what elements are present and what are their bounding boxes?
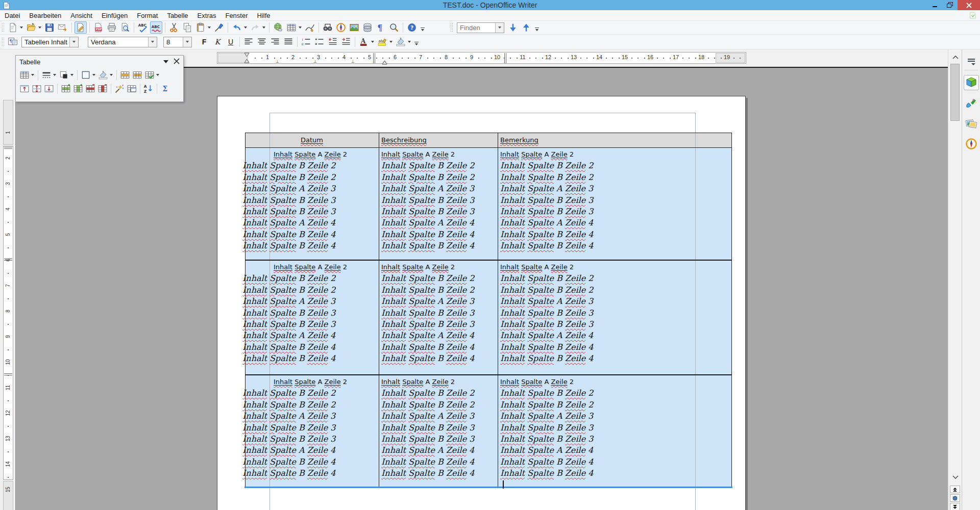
- line-style-dropdown[interactable]: [53, 74, 56, 76]
- font-size-combobox[interactable]: 8: [163, 37, 192, 47]
- font-name-combobox[interactable]: Verdana: [88, 37, 157, 47]
- palette-close-icon[interactable]: [174, 58, 180, 66]
- paragraph-style-combobox[interactable]: Tabellen Inhalt: [21, 37, 79, 47]
- find-replace-button[interactable]: [322, 21, 334, 34]
- toolbar-overflow-button[interactable]: [421, 28, 425, 31]
- draw-functions-button[interactable]: [304, 21, 316, 34]
- spellcheck-button[interactable]: ABC: [137, 21, 149, 34]
- palette-collapse-icon[interactable]: [163, 60, 168, 63]
- menu-einf-gen[interactable]: Einfügen: [97, 11, 132, 20]
- menu-ansicht[interactable]: Ansicht: [66, 11, 97, 20]
- highlighting-button[interactable]: ab: [376, 36, 388, 48]
- sort-button[interactable]: AZ: [142, 82, 155, 95]
- column-insert-button[interactable]: [72, 82, 84, 95]
- open-dropdown[interactable]: [38, 27, 41, 29]
- menu-tabelle[interactable]: Tabelle: [162, 11, 192, 20]
- minimize-button[interactable]: [927, 0, 942, 10]
- line-style-button[interactable]: [40, 68, 53, 81]
- close-button[interactable]: [958, 0, 980, 10]
- scrollbar-thumb[interactable]: [950, 64, 960, 121]
- previous-page-button[interactable]: [950, 486, 960, 493]
- align-cell-bottom-button[interactable]: [43, 82, 55, 95]
- vertical-scrollbar[interactable]: [948, 49, 962, 510]
- autoformat-button[interactable]: [113, 82, 126, 95]
- undo-button[interactable]: [231, 21, 243, 34]
- hyperlink-button[interactable]: [272, 21, 284, 34]
- open-button[interactable]: [25, 21, 37, 34]
- menu-format[interactable]: Format: [132, 11, 162, 20]
- insert-table-button[interactable]: [18, 68, 31, 81]
- sidebar-properties-icon[interactable]: [964, 75, 979, 90]
- formatting-toolbar-gripper[interactable]: [2, 37, 4, 46]
- table-cell[interactable]: Inhalt Spalte A Zeile 2Inhalt Spalte B Z…: [379, 147, 498, 260]
- sidebar-gallery-photos-icon[interactable]: [964, 116, 979, 131]
- borders-dropdown[interactable]: [92, 74, 95, 76]
- formatting-toolbar-overflow-button[interactable]: [414, 42, 419, 45]
- table-properties-button[interactable]: [126, 82, 138, 95]
- table-cell[interactable]: Inhalt Spalte A Zeile 2Inhalt Spalte B Z…: [379, 375, 498, 487]
- table-cell[interactable]: Inhalt Spalte A Zeile 2Inhalt Spalte B Z…: [245, 260, 379, 375]
- insert-table-dropdown[interactable]: [31, 74, 34, 76]
- restore-button[interactable]: [942, 0, 958, 10]
- insert-table-dropdown[interactable]: [299, 27, 302, 29]
- menu-hilfe[interactable]: Hilfe: [253, 11, 275, 20]
- table-cell[interactable]: Inhalt Spalte A Zeile 2Inhalt Spalte B Z…: [245, 147, 379, 260]
- email-button[interactable]: [57, 21, 69, 34]
- zoom-button[interactable]: [388, 21, 400, 34]
- background-color-dropdown[interactable]: [110, 74, 113, 76]
- merge-cells-button[interactable]: [119, 68, 131, 81]
- auto-spellcheck-button[interactable]: ABC: [150, 21, 162, 34]
- scroll-down-button[interactable]: [948, 472, 962, 482]
- increase-indent-button[interactable]: [340, 36, 352, 48]
- menu-bearbeiten[interactable]: Bearbeiten: [24, 11, 66, 20]
- find-toolbar-gripper[interactable]: [450, 23, 453, 32]
- align-left-button[interactable]: [242, 36, 255, 48]
- scroll-up-button[interactable]: [948, 52, 962, 62]
- styles-panel-button[interactable]: ¶: [7, 36, 19, 48]
- align-right-button[interactable]: [269, 36, 281, 48]
- paste-dropdown[interactable]: [208, 27, 211, 29]
- decrease-indent-button[interactable]: [327, 36, 339, 48]
- right-indent-marker[interactable]: [382, 58, 387, 67]
- undo-dropdown[interactable]: [244, 27, 247, 29]
- copy-button[interactable]: [181, 21, 193, 34]
- border-color-button[interactable]: [58, 68, 70, 81]
- table-cell[interactable]: Inhalt Spalte A Zeile 2Inhalt Spalte B Z…: [498, 375, 732, 487]
- table-cell[interactable]: Inhalt Spalte A Zeile 2Inhalt Spalte B Z…: [498, 147, 732, 260]
- toolbar-gripper[interactable]: [2, 23, 4, 32]
- save-button[interactable]: [43, 21, 56, 34]
- column-delete-button[interactable]: [96, 82, 109, 95]
- find-input[interactable]: [457, 23, 495, 33]
- row-delete-button[interactable]: [84, 82, 96, 95]
- borders-button[interactable]: [80, 68, 92, 81]
- menu-datei[interactable]: Datei: [0, 11, 24, 20]
- menu-extras[interactable]: Extras: [193, 11, 221, 20]
- table-cell[interactable]: Inhalt Spalte A Zeile 2Inhalt Spalte B Z…: [498, 260, 732, 375]
- sidebar-styles-icon[interactable]: [964, 95, 979, 111]
- numbered-list-button[interactable]: III: [300, 36, 312, 48]
- align-cell-top-button[interactable]: [18, 82, 31, 95]
- indent-markers[interactable]: [244, 53, 250, 65]
- document-page[interactable]: DatumBeschreibungBemerkungInhalt Spalte …: [217, 96, 746, 510]
- find-previous-button[interactable]: [520, 21, 532, 34]
- align-cell-center-button[interactable]: [31, 82, 43, 95]
- align-center-button[interactable]: [256, 36, 268, 48]
- split-cells-button[interactable]: [131, 68, 143, 81]
- table-cell[interactable]: Inhalt Spalte A Zeile 2Inhalt Spalte B Z…: [379, 260, 498, 375]
- next-page-button[interactable]: [950, 503, 960, 510]
- navigator-button[interactable]: [335, 21, 347, 34]
- find-toolbar-overflow-button[interactable]: [535, 28, 539, 31]
- background-color-button[interactable]: [97, 68, 109, 81]
- navigation-button[interactable]: [950, 494, 960, 502]
- redo-dropdown[interactable]: [262, 27, 265, 29]
- sum-button[interactable]: Σ: [159, 82, 172, 95]
- help-button[interactable]: ?: [406, 21, 418, 34]
- optimize-dropdown[interactable]: [156, 74, 159, 76]
- font-color-button[interactable]: A: [358, 36, 370, 48]
- background-color-dropdown[interactable]: [408, 41, 411, 43]
- print-button[interactable]: [106, 21, 118, 34]
- find-dropdown-button[interactable]: [495, 23, 504, 33]
- vertical-ruler[interactable]: 123456789101112131415: [3, 100, 13, 510]
- export-pdf-button[interactable]: PDF: [92, 21, 105, 34]
- italic-button[interactable]: K: [211, 36, 224, 48]
